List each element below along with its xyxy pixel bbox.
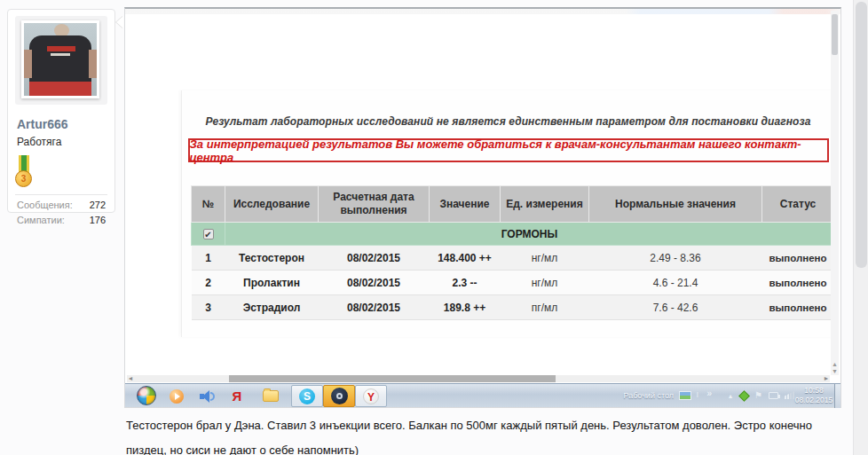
username-link[interactable]: Artur666 (17, 117, 114, 131)
group-checkbox[interactable]: ✔ (203, 229, 214, 239)
tray-diamond-icon[interactable] (738, 390, 750, 402)
cell-value: 189.8 ++ (430, 295, 501, 320)
col-number: № (192, 186, 225, 223)
scroll-down-arrow-icon[interactable]: ▼ (831, 368, 839, 375)
vertical-scrollbar[interactable]: ▲ ▼ (831, 11, 839, 375)
cell-unit: пг/мл (501, 295, 589, 320)
avatar-shirt-print (47, 46, 75, 51)
scroll-right-arrow-icon[interactable]: ► (823, 375, 830, 382)
col-unit: Ед. измерения (501, 186, 589, 223)
cell-value: 2.3 -- (430, 271, 501, 295)
cell-value: 148.400 ++ (430, 246, 501, 271)
attached-screenshot-image[interactable]: Результат лабораторных исследований не я… (124, 7, 841, 408)
post-bubble-arrow (116, 16, 123, 28)
user-profile-card: Artur666 Работяга 3 Сообщения: 272 Симпа… (7, 9, 115, 213)
cell-status: выполнено (762, 295, 834, 320)
col-test: Исследование (225, 186, 319, 223)
start-button[interactable] (137, 386, 156, 405)
clock-time: 10:58 (794, 386, 833, 396)
messages-label: Сообщения: (17, 200, 73, 210)
skype-icon: S (299, 388, 315, 404)
forum-post-page: Artur666 Работяга 3 Сообщения: 272 Симпа… (0, 0, 868, 455)
steam-taskbar-button[interactable] (323, 385, 355, 407)
lab-report-panel: Результат лабораторных исследований не я… (181, 90, 834, 337)
scroll-left-arrow-icon[interactable]: ◄ (127, 375, 134, 382)
speaker-wave (210, 392, 215, 401)
speaker-cone (202, 390, 209, 403)
medal-icon: 3 (15, 155, 35, 187)
col-value: Значение (430, 186, 501, 223)
tray-expander-icon[interactable]: ▴ (729, 392, 732, 400)
cell-num: 1 (192, 246, 225, 271)
network-signal-icon[interactable] (785, 391, 794, 399)
cell-date: 08/02/2015 (319, 246, 430, 271)
yandex-icon[interactable]: Я (228, 388, 246, 404)
cell-test: Пролактин (225, 271, 319, 295)
media-player-ball (170, 389, 184, 404)
vertical-scrollbar-thumb[interactable] (832, 14, 838, 55)
skype-taskbar-button[interactable]: S (291, 385, 323, 407)
lab-warning-box: За интерпретацией результатов Вы можете … (188, 138, 829, 162)
stats-divider (15, 194, 107, 195)
lab-disclaimer-text: Результат лабораторных исследований не я… (187, 115, 829, 128)
stat-row-messages: Сообщения: 272 (17, 200, 106, 210)
steam-icon (331, 388, 348, 404)
explorer-folder-icon[interactable] (262, 388, 280, 404)
horizontal-scrollbar-thumb[interactable] (229, 375, 556, 382)
yandex-browser-taskbar-button[interactable]: Y (355, 385, 387, 407)
cell-test: Тестостерон (225, 246, 319, 271)
col-date: Расчетная дата выполнения (319, 186, 430, 223)
avatar[interactable] (15, 16, 107, 105)
page-scrollbar[interactable] (853, 0, 868, 455)
messages-count: 272 (90, 200, 106, 210)
table-row: 2 Пролактин 08/02/2015 2.3 -- нг/мл 4.6 … (192, 271, 834, 295)
desktop-thumbnail-icon[interactable] (679, 391, 691, 400)
browser-chrome-haze (125, 9, 840, 14)
folder-tab (264, 388, 271, 391)
action-center-flag-icon[interactable]: ⚑ (754, 390, 762, 400)
likes-count: 176 (90, 215, 106, 225)
likes-label: Симпатии: (17, 215, 65, 225)
cell-test: Эстрадиол (225, 295, 319, 320)
cell-status: выполнено (762, 246, 834, 271)
show-desktop-button[interactable] (834, 384, 840, 408)
cell-normal: 4.6 - 21.4 (589, 271, 762, 295)
yandex-browser-icon: Y (363, 388, 379, 404)
cell-num: 2 (192, 271, 225, 295)
post-message-text: Тестостерон брал у Дэна. Ставил 3 инъекц… (126, 413, 847, 455)
group-row-hormones: ✔ ГОРМОНЫ (192, 223, 834, 246)
media-player-icon[interactable] (168, 388, 185, 404)
cell-status: выполнено (762, 271, 834, 295)
steam-piston-shape (336, 393, 343, 399)
toolbar-separator: I (696, 390, 698, 399)
user-title: Работяга (17, 136, 114, 148)
windows-taskbar: Я S Y Рабочий стол I » ▴ (125, 383, 840, 407)
avatar-arm-right (89, 50, 97, 78)
col-status: Статус (762, 186, 834, 223)
cell-unit: нг/мл (501, 271, 589, 295)
avatar-shirt-print-2 (51, 53, 70, 56)
battery-icon[interactable] (769, 392, 778, 399)
cell-num: 3 (192, 295, 225, 320)
speaker-shape (200, 390, 214, 403)
cell-normal: 2.49 - 8.36 (589, 246, 762, 271)
horizontal-scrollbar[interactable]: ◄ ► (127, 375, 830, 382)
cell-date: 08/02/2015 (319, 295, 430, 320)
table-row: 1 Тестостерон 08/02/2015 148.400 ++ нг/м… (192, 246, 834, 271)
toolbar-overflow-chevron-icon[interactable]: » (706, 388, 712, 398)
cell-date: 08/02/2015 (319, 271, 430, 295)
cell-unit: нг/мл (501, 246, 589, 271)
stat-row-likes: Симпатии: 176 (17, 215, 106, 225)
group-label: ГОРМОНЫ (225, 223, 834, 246)
volume-icon[interactable] (198, 388, 216, 404)
scroll-up-arrow-icon[interactable]: ▲ (831, 361, 839, 368)
lab-warning-text: За интерпретацией результатов Вы можете … (190, 137, 827, 164)
taskbar-clock[interactable]: 10:58 08.02.2015 (794, 386, 833, 405)
avatar-torso-shape (29, 35, 91, 85)
desktop-toolbar-label[interactable]: Рабочий стол (624, 391, 675, 400)
page-scrollbar-thumb[interactable] (856, 2, 867, 268)
table-row: 3 Эстрадиол 08/02/2015 189.8 ++ пг/мл 7.… (192, 295, 834, 320)
play-triangle-icon (175, 393, 180, 400)
clock-date: 08.02.2015 (794, 396, 833, 405)
scroll-updown-arrows[interactable]: ▲ ▼ (831, 361, 839, 375)
